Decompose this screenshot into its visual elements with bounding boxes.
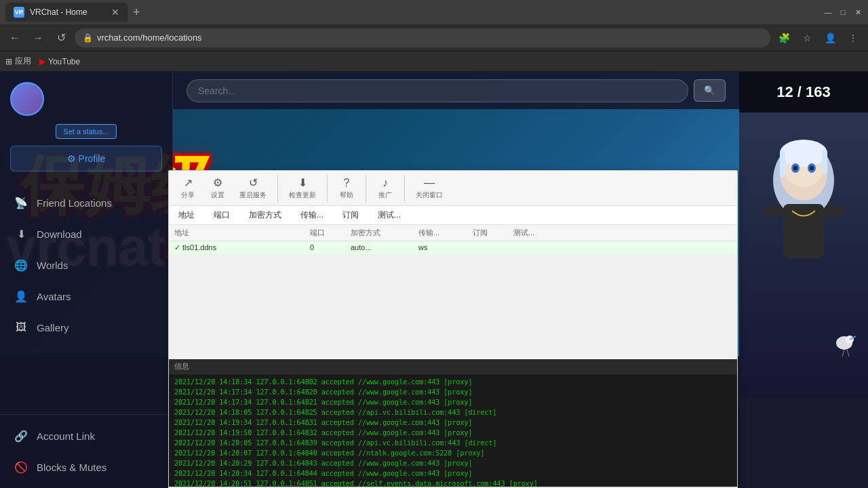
update-icon: ⬇ (298, 176, 307, 189)
share-icon: ↗ (184, 176, 193, 189)
sidebar-item-gallery[interactable]: 🖼 Gallery (0, 312, 172, 343)
tab-close-btn[interactable]: ✕ (111, 7, 119, 18)
new-tab-btn[interactable]: + (133, 5, 140, 20)
menu-address[interactable]: 地址 (174, 208, 199, 222)
proxy-table-header: 地址 端口 加密方式 传输... 订阅 测试... (169, 225, 737, 241)
bookmark-btn[interactable]: ☆ (797, 28, 816, 47)
bookmark-youtube[interactable]: ▶ YouTube (39, 57, 80, 66)
svg-point-3 (780, 140, 827, 167)
sidebar-item-blocks-mutes[interactable]: 🚫 Blocks & Mutes (0, 451, 172, 483)
extensions-btn[interactable]: 🧩 (774, 28, 793, 47)
maximize-btn[interactable]: □ (838, 7, 848, 17)
sidebar-item-avatars[interactable]: 👤 Avatars (0, 281, 172, 312)
blocks-mutes-icon: 🚫 (14, 460, 28, 474)
friend-locations-icon: 📡 (14, 195, 28, 210)
window-controls: — □ ✕ (823, 7, 863, 17)
profile-btn[interactable]: 👤 (821, 28, 840, 47)
proxy-update-btn[interactable]: ⬇ 检查更新 (283, 174, 321, 203)
proxy-share-btn[interactable]: ↗ 分享 (174, 174, 201, 203)
apps-label: 应用 (15, 56, 31, 67)
browser-chrome: VR VRChat - Home ✕ + — □ ✕ ← → ↺ 🔒 vrcha… (0, 0, 868, 72)
td-transport: ws (418, 243, 473, 252)
sidebar-top: Set a status... ⚙ Profile (0, 72, 172, 182)
sidebar-item-friend-locations[interactable]: 📡 Friend Locations (0, 187, 172, 218)
log-line: 2021/12/20 14:17:34 127.0.0.1:64820 acce… (174, 387, 732, 397)
search-button[interactable]: 🔍 (694, 79, 726, 102)
th-encryption: 加密方式 (351, 228, 418, 238)
active-tab[interactable]: VR VRChat - Home ✕ (5, 3, 127, 22)
bookmark-apps[interactable]: ⊞ 应用 (5, 56, 31, 67)
minimize-btn[interactable]: — (823, 7, 833, 17)
proxy-log-content: 2021/12/20 14:18:34 127.0.0.1:64802 acce… (169, 374, 737, 488)
td-encryption: auto... (351, 243, 418, 252)
tab-favicon: VR (14, 7, 24, 18)
proxy-help-btn[interactable]: ? 帮助 (333, 174, 360, 203)
forward-btn[interactable]: → (28, 28, 47, 47)
tab-bar: VR VRChat - Home ✕ + — □ ✕ (0, 0, 868, 24)
update-label: 检查更新 (289, 190, 316, 200)
log-line: 2021/12/20 14:20:07 127.0.0.1:64840 acce… (174, 448, 732, 458)
close-btn[interactable]: ✕ (853, 7, 863, 17)
search-input[interactable] (186, 79, 688, 102)
youtube-icon: ▶ (39, 57, 45, 66)
session-counter: 12 / 163 (776, 83, 831, 101)
profile-nav-btn[interactable]: ⚙ Profile (10, 146, 162, 171)
settings-icon: ⚙ (213, 176, 222, 189)
menu-btn[interactable]: ⋮ (844, 28, 863, 47)
svg-point-8 (793, 166, 797, 171)
avatars-icon: 👤 (14, 289, 28, 304)
reload-btn[interactable]: ↺ (52, 28, 71, 47)
menu-test[interactable]: 测试... (374, 208, 405, 222)
menu-encryption[interactable]: 加密方式 (245, 208, 285, 222)
proxy-menubar: 地址 端口 加密方式 传输... 订阅 测试... (169, 206, 737, 225)
close-win-icon: — (424, 177, 435, 189)
th-port: 端口 (310, 228, 351, 238)
address-bar[interactable]: 🔒 vrchat.com/home/locations (75, 28, 770, 47)
worlds-icon: 🌐 (14, 258, 28, 272)
th-address: 地址 (174, 228, 310, 238)
menu-subscribe[interactable]: 订阅 (338, 208, 363, 222)
user-status (10, 82, 162, 116)
promo-icon: ♪ (382, 177, 388, 189)
restart-label: 重启服务 (239, 190, 267, 200)
svg-point-9 (810, 166, 814, 171)
log-line: 2021/12/20 14:18:05 127.0.0.1:64825 acce… (174, 407, 732, 418)
proxy-promo-btn[interactable]: ♪ 推广 (372, 174, 399, 203)
back-btn[interactable]: ← (5, 28, 24, 47)
set-status-btn[interactable]: Set a status... (56, 124, 116, 139)
close-win-label: 关闭窗口 (416, 190, 443, 200)
th-transport: 传输... (418, 228, 473, 238)
gallery-label: Gallery (37, 322, 69, 333)
apps-icon: ⊞ (5, 57, 12, 66)
url-text: vrchat.com/home/locations (97, 33, 202, 43)
proxy-app: ↗ 分享 ⚙ 设置 ↺ 重启服务 ⬇ 检查更新 ? 帮助 (168, 170, 738, 488)
td-test (513, 243, 568, 252)
td-port: 0 (310, 243, 351, 252)
log-line: 2021/12/20 14:19:34 127.0.0.1:64831 acce… (174, 418, 732, 428)
log-line: 2021/12/20 14:19:50 127.0.0.1:64832 acce… (174, 428, 732, 438)
log-line: 2021/12/20 14:20:29 127.0.0.1:64843 acce… (174, 458, 732, 468)
proxy-restart-btn[interactable]: ↺ 重启服务 (234, 174, 272, 203)
user-avatar (10, 82, 44, 116)
log-line: 2021/12/20 14:17:34 127.0.0.1:64821 acce… (174, 397, 732, 407)
sidebar-item-worlds[interactable]: 🌐 Worlds (0, 249, 172, 281)
proxy-close-btn[interactable]: — 关闭窗口 (410, 174, 448, 203)
vrchat-page: 保姆级 vrcnat模型上传教学 12 / 163 🔍 Set a status… (0, 72, 868, 488)
proxy-log-header: 信息 (169, 359, 737, 374)
proxy-table-row[interactable]: ✓ tls01.ddns 0 auto... ws (169, 241, 737, 255)
account-link-icon: 🔗 (14, 428, 28, 443)
proxy-toolbar: ↗ 分享 ⚙ 设置 ↺ 重启服务 ⬇ 检查更新 ? 帮助 (169, 171, 737, 206)
avatar-display (739, 113, 868, 397)
sidebar-item-account-link[interactable]: 🔗 Account Link (0, 420, 172, 451)
avatars-label: Avatars (37, 291, 71, 302)
menu-transport[interactable]: 传输... (296, 208, 328, 222)
avatar-svg (739, 113, 868, 397)
proxy-settings-btn[interactable]: ⚙ 设置 (204, 174, 231, 203)
blocks-mutes-label: Blocks & Mutes (37, 462, 106, 473)
td-subscribe (473, 243, 513, 252)
sidebar-item-download[interactable]: ⬇ Download (0, 218, 172, 249)
log-line: 2021/12/20 14:20:05 127.0.0.1:64839 acce… (174, 438, 732, 448)
menu-port[interactable]: 端口 (210, 208, 234, 222)
account-link-label: Account Link (37, 430, 95, 442)
th-subscribe: 订阅 (473, 228, 513, 238)
